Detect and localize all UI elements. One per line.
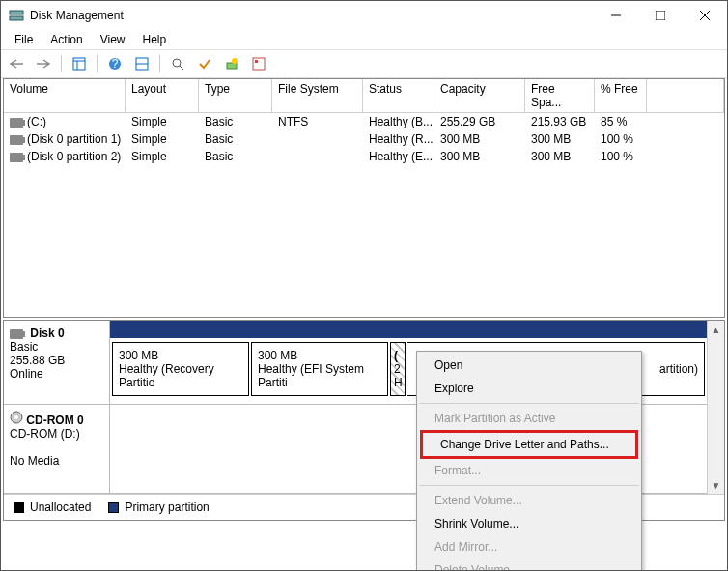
- col-free[interactable]: Free Spa...: [525, 79, 595, 113]
- volume-icon: [10, 153, 23, 162]
- menu-help[interactable]: Help: [135, 31, 175, 48]
- menu-view[interactable]: View: [93, 31, 133, 48]
- menu-bar: File Action View Help: [1, 30, 727, 49]
- col-volume[interactable]: Volume: [4, 79, 126, 113]
- scroll-up-icon[interactable]: ▲: [708, 321, 724, 338]
- svg-rect-6: [73, 58, 85, 70]
- disk-icon: [10, 327, 27, 340]
- back-button[interactable]: [5, 52, 28, 75]
- forward-button[interactable]: [32, 52, 55, 75]
- ctx-change-drive-letter[interactable]: Change Drive Letter and Paths...: [423, 433, 635, 456]
- disk-0-header-bar: [110, 321, 707, 338]
- svg-rect-1: [10, 16, 23, 20]
- col-filesystem[interactable]: File System: [272, 79, 363, 113]
- disk-add-icon[interactable]: [220, 52, 243, 75]
- partition-c-selected[interactable]: ( 2 H: [390, 342, 406, 396]
- ctx-shrink[interactable]: Shrink Volume...: [417, 512, 641, 535]
- help-button[interactable]: ?: [103, 52, 126, 75]
- col-capacity[interactable]: Capacity: [434, 79, 525, 113]
- app-icon: [9, 8, 24, 23]
- ctx-mark-active: Mark Partition as Active: [417, 407, 641, 430]
- col-layout[interactable]: Layout: [126, 79, 199, 113]
- disk-scrollbar[interactable]: ▲ ▼: [707, 321, 724, 494]
- ctx-open[interactable]: Open: [417, 354, 641, 377]
- maximize-button[interactable]: [638, 1, 683, 30]
- volume-row[interactable]: (C:)SimpleBasicNTFSHealthy (B...255.29 G…: [4, 113, 724, 130]
- cdrom-icon: [10, 414, 23, 427]
- minimize-button[interactable]: [594, 1, 638, 30]
- svg-rect-3: [656, 11, 665, 20]
- layout-button[interactable]: [130, 52, 154, 75]
- legend-unallocated: Unallocated: [14, 500, 91, 514]
- search-icon[interactable]: [166, 52, 189, 75]
- svg-rect-0: [10, 11, 23, 14]
- partition-efi[interactable]: 300 MB Healthy (EFI System Partiti: [251, 342, 388, 396]
- col-type[interactable]: Type: [199, 79, 272, 113]
- menu-action[interactable]: Action: [42, 31, 90, 48]
- volume-row[interactable]: (Disk 0 partition 2)SimpleBasicHealthy (…: [4, 148, 724, 165]
- highlight-annotation: Change Drive Letter and Paths...: [420, 430, 638, 459]
- toolbar: ?: [1, 49, 727, 78]
- volume-list: Volume Layout Type File System Status Ca…: [3, 78, 725, 318]
- window-title: Disk Management: [30, 9, 594, 22]
- scroll-down-icon[interactable]: ▼: [708, 476, 724, 494]
- ctx-delete: Delete Volume...: [417, 558, 641, 571]
- svg-rect-18: [255, 60, 258, 63]
- props-icon[interactable]: [247, 52, 270, 75]
- svg-text:?: ?: [112, 57, 119, 71]
- cdrom-info[interactable]: CD-ROM 0 CD-ROM (D:) No Media: [4, 405, 110, 493]
- ctx-explore[interactable]: Explore: [417, 377, 641, 400]
- title-bar: Disk Management: [1, 1, 727, 30]
- column-headers: Volume Layout Type File System Status Ca…: [4, 79, 724, 113]
- partition-recovery[interactable]: 300 MB Healthy (Recovery Partitio: [112, 342, 249, 396]
- col-status[interactable]: Status: [363, 79, 434, 113]
- context-menu: Open Explore Mark Partition as Active Ch…: [416, 351, 642, 571]
- view-button[interactable]: [68, 52, 91, 75]
- volume-row[interactable]: (Disk 0 partition 1)SimpleBasicHealthy (…: [4, 130, 724, 148]
- menu-file[interactable]: File: [7, 31, 41, 48]
- volume-icon: [10, 135, 23, 145]
- ctx-mirror: Add Mirror...: [417, 535, 641, 558]
- legend-primary: Primary partition: [108, 500, 209, 514]
- svg-rect-17: [253, 58, 265, 70]
- svg-point-16: [232, 58, 238, 64]
- check-icon[interactable]: [193, 52, 216, 75]
- col-pctfree[interactable]: % Free: [595, 79, 647, 113]
- col-spacer: [647, 79, 724, 113]
- svg-line-14: [180, 66, 183, 70]
- svg-point-13: [173, 59, 181, 67]
- close-button[interactable]: [683, 1, 727, 30]
- svg-point-20: [14, 415, 18, 419]
- volume-icon: [10, 118, 23, 128]
- disk-0-info[interactable]: Disk 0 Basic 255.88 GB Online: [4, 321, 110, 404]
- ctx-extend: Extend Volume...: [417, 489, 641, 512]
- ctx-format: Format...: [417, 459, 641, 482]
